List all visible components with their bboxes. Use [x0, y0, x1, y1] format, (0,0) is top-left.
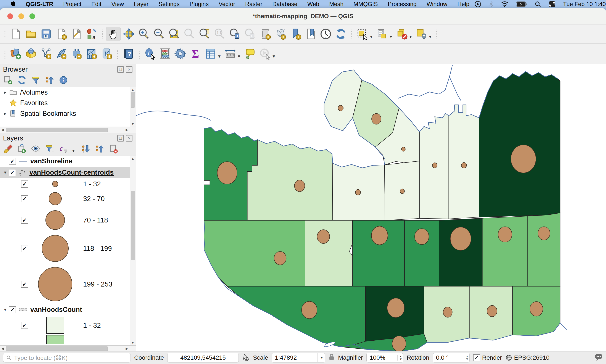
menu-layer[interactable]: Layer: [129, 1, 154, 8]
toolbar-zoom-to-selection-button[interactable]: [182, 27, 196, 41]
legend-checkbox[interactable]: ✓: [21, 195, 28, 202]
control-center-icon[interactable]: [548, 1, 556, 7]
crs-status-button[interactable]: EPSG:26910: [505, 354, 549, 361]
browser-item--volumes[interactable]: ▸/Volumes: [0, 87, 136, 98]
toolbar-zoom-full-button[interactable]: [167, 27, 181, 41]
legend-item[interactable]: ✓70 - 118: [0, 208, 136, 233]
expander-icon[interactable]: ▸: [1, 90, 9, 95]
dropdown-arrow-icon[interactable]: ▼: [389, 34, 393, 39]
toolbar-grip[interactable]: [4, 29, 6, 39]
toolbar-new-gpx-layer-button[interactable]: [100, 47, 114, 61]
toolbar-open-attribute-table-button[interactable]: [204, 47, 218, 61]
expander-icon[interactable]: ▾: [1, 307, 9, 312]
expression-filter-button[interactable]: ε: [58, 144, 68, 154]
dropdown-arrow-icon[interactable]: ▼: [217, 54, 221, 59]
float-panel-icon[interactable]: ❐: [117, 135, 124, 142]
dropdown-arrow-icon[interactable]: ▼: [409, 34, 413, 39]
add-group-button[interactable]: [17, 144, 27, 154]
wifi-icon[interactable]: [501, 1, 509, 7]
remove-layer-button[interactable]: [108, 144, 118, 154]
menu-raster[interactable]: Raster: [240, 1, 268, 8]
browser-item-favorites[interactable]: Favorites: [0, 98, 136, 108]
browser-vscrollbar[interactable]: ▲▼: [130, 87, 136, 127]
toolbar-zoom-next-button[interactable]: [243, 27, 257, 41]
render-checkbox[interactable]: ✓Render: [473, 354, 502, 361]
toolbar-open-project-button[interactable]: [24, 27, 38, 41]
map-region-hastings-sunrise[interactable]: [479, 71, 560, 217]
toolbar-grip[interactable]: [116, 49, 119, 59]
map-region-shaughnessy[interactable]: [305, 220, 355, 286]
toolbar-new-shapefile-layer-button[interactable]: [39, 47, 53, 61]
properties-button[interactable]: i: [58, 75, 68, 85]
zoom-window-button[interactable]: [29, 13, 35, 19]
toolbar-new-virtual-layer-button[interactable]: [69, 47, 84, 61]
menu-window[interactable]: Window: [422, 1, 452, 8]
toolbar-grip[interactable]: [138, 49, 140, 59]
map-canvas[interactable]: [136, 64, 606, 351]
legend-checkbox[interactable]: ✓: [21, 245, 28, 252]
map-region-dunbar[interactable]: [204, 220, 305, 286]
bluetooth-icon[interactable]: [489, 1, 493, 8]
toolbar-select-by-form-button[interactable]: [375, 27, 389, 41]
map-region-renfrew-heights[interactable]: [528, 213, 560, 286]
lock-scale-icon[interactable]: [329, 353, 335, 362]
expander-icon[interactable]: ▸: [1, 111, 9, 117]
layer-item-vanshoreline[interactable]: ✓vanShoreline: [0, 156, 136, 167]
layer-visibility-checkbox[interactable]: ✓: [9, 158, 16, 165]
map-region-grandview-woodland[interactable]: [449, 105, 479, 219]
legend-item[interactable]: ✓199 - 253: [0, 264, 136, 304]
toolbar-pan-to-selection-button[interactable]: [122, 27, 136, 41]
rotation-spinbox[interactable]: 0.0 °▲▼: [433, 353, 470, 363]
legend-item[interactable]: ✓1 - 32: [0, 178, 136, 190]
menu-project[interactable]: Project: [58, 1, 86, 8]
toolbar-select-by-location-button[interactable]: [414, 27, 428, 41]
layers-vscrollbar[interactable]: ▲▼: [130, 156, 136, 345]
layer-visibility-checkbox[interactable]: ✓: [9, 169, 16, 176]
toolbar-help-contents-button[interactable]: ?: [121, 47, 135, 61]
dropdown-arrow-icon[interactable]: ▼: [272, 54, 276, 59]
toolbar-temporal-controller-button[interactable]: [319, 27, 333, 41]
toolbar-refresh-map-button[interactable]: [334, 27, 348, 41]
menu-web[interactable]: Web: [302, 1, 324, 8]
menu-database[interactable]: Database: [267, 1, 302, 8]
dropdown-arrow-icon[interactable]: ▼: [428, 34, 432, 39]
filter-browser-button[interactable]: [31, 75, 41, 85]
close-panel-icon[interactable]: ✕: [126, 66, 132, 73]
toolbar-run-feature-action-button[interactable]: [258, 47, 272, 61]
menu-processing[interactable]: Processing: [383, 1, 422, 8]
toolbar-processing-toolbox-button[interactable]: [173, 47, 187, 61]
locator-search-input[interactable]: Type to locate (⌘K): [3, 353, 131, 363]
toolbar-measure-line-button[interactable]: [223, 47, 237, 61]
map-themes-button[interactable]: [31, 144, 41, 154]
legend-checkbox[interactable]: ✓: [21, 217, 28, 224]
toolbar-show-bookmarks-button[interactable]: [303, 27, 318, 41]
add-layer-button[interactable]: [3, 75, 13, 85]
toolbar-grip[interactable]: [4, 49, 6, 59]
expander-icon[interactable]: ▾: [1, 170, 9, 175]
collapse-all-button[interactable]: [95, 144, 104, 154]
menu-mesh[interactable]: Mesh: [324, 1, 348, 8]
toolbar-identify-features-button[interactable]: i: [143, 47, 157, 61]
toolbar-style-manager-button[interactable]: a: [84, 27, 99, 41]
dropdown-arrow-icon[interactable]: ▼: [237, 54, 241, 59]
toolbar-map-tips-button[interactable]: [243, 47, 257, 61]
menu-help[interactable]: Help: [452, 1, 474, 8]
dropdown-arrow-icon[interactable]: ▼: [71, 148, 76, 153]
float-panel-icon[interactable]: ❐: [117, 66, 124, 73]
style-dock-button[interactable]: [3, 144, 13, 154]
toolbar-statistical-summary-button[interactable]: [158, 47, 172, 61]
layer-item-vanhoodscount[interactable]: ▾✓vanHoodsCount: [0, 304, 136, 315]
toolbar-new-spatial-bookmark-button[interactable]: [288, 27, 303, 41]
menu-bar-clock[interactable]: Tue Feb 10 1:40: [563, 1, 606, 8]
magnifier-spinbox[interactable]: 100%▲▼: [366, 353, 403, 363]
toolbar-zoom-in-button[interactable]: [137, 27, 151, 41]
toolbar-show-layout-manager-button[interactable]: [69, 27, 84, 41]
menu-vector[interactable]: Vector: [214, 1, 240, 8]
menu-plugins[interactable]: Plugins: [185, 1, 214, 8]
scale-combobox[interactable]: 1:47892▼: [272, 353, 325, 363]
toolbar-data-source-manager-button[interactable]: [9, 47, 23, 61]
collapse-all-button[interactable]: [45, 75, 54, 85]
close-window-button[interactable]: [7, 13, 13, 19]
layers-hscrollbar[interactable]: ◀▶: [0, 346, 136, 351]
toolbar-show-statistics-button[interactable]: Σ: [188, 47, 203, 61]
